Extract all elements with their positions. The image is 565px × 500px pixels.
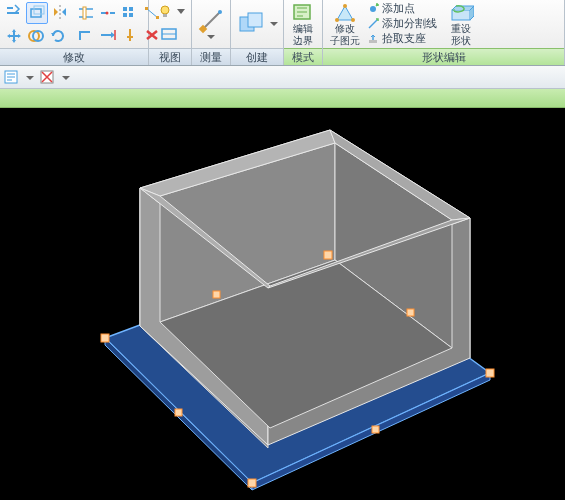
svg-point-22 bbox=[351, 18, 355, 22]
dropdown-icon[interactable] bbox=[177, 2, 185, 22]
ribbon: 修改 视图 测量 bbox=[0, 0, 565, 66]
panel-label-view: 视图 bbox=[149, 48, 191, 65]
align-icon[interactable] bbox=[4, 2, 24, 22]
pin-icon[interactable] bbox=[120, 25, 140, 45]
panel-label-modify: 修改 bbox=[0, 48, 148, 65]
rotate-icon[interactable] bbox=[48, 26, 68, 46]
add-point-label: 添加点 bbox=[382, 2, 415, 16]
panel-label-shape-edit: 形状编辑 bbox=[323, 48, 564, 65]
modify-sub-l1: 修改 bbox=[335, 23, 355, 34]
dropdown-icon[interactable] bbox=[269, 14, 279, 34]
offset-icon[interactable] bbox=[26, 2, 48, 24]
svg-rect-13 bbox=[163, 14, 167, 17]
panel-label-create: 创建 bbox=[231, 48, 283, 65]
panel-shape-edit: 修改 子图元 添加点 添加分割线 拾取支座 重设 bbox=[323, 0, 565, 65]
svg-rect-8 bbox=[123, 13, 127, 17]
reset-shape-button[interactable]: 重设 形状 bbox=[443, 2, 479, 46]
split-line-icon bbox=[367, 18, 379, 30]
secondary-toolbar bbox=[0, 66, 565, 89]
filter-off-icon[interactable] bbox=[38, 67, 58, 87]
svg-rect-24 bbox=[369, 40, 377, 43]
svg-point-16 bbox=[218, 10, 222, 14]
svg-rect-47 bbox=[248, 479, 256, 487]
edit-boundary-button[interactable]: 编辑 边界 bbox=[288, 2, 318, 46]
panel-label-mode: 模式 bbox=[284, 48, 322, 65]
svg-rect-18 bbox=[248, 13, 262, 27]
section-box-icon[interactable] bbox=[160, 24, 180, 44]
svg-rect-0 bbox=[31, 9, 41, 17]
panel-modify: 修改 bbox=[0, 0, 149, 65]
pick-supports-button[interactable]: 拾取支座 bbox=[367, 32, 437, 46]
split-icon[interactable] bbox=[98, 3, 118, 23]
pick-support-icon bbox=[367, 33, 379, 45]
edit-boundary-l2: 边界 bbox=[293, 35, 313, 46]
svg-point-20 bbox=[343, 4, 347, 8]
svg-rect-7 bbox=[129, 7, 133, 11]
dropdown-icon[interactable] bbox=[62, 71, 70, 83]
svg-point-12 bbox=[161, 6, 169, 14]
svg-rect-51 bbox=[175, 409, 182, 416]
svg-rect-50 bbox=[372, 426, 379, 433]
svg-rect-45 bbox=[324, 251, 332, 259]
move-icon[interactable] bbox=[4, 26, 24, 46]
svg-point-5 bbox=[106, 12, 109, 15]
panel-measure: 测量 bbox=[192, 0, 231, 65]
viewport-3d[interactable] bbox=[0, 108, 565, 500]
svg-rect-6 bbox=[123, 7, 127, 11]
create-button[interactable] bbox=[235, 2, 267, 46]
edit-mode-strip bbox=[0, 89, 565, 108]
svg-rect-4 bbox=[83, 7, 86, 19]
edit-boundary-l1: 编辑 bbox=[293, 23, 313, 34]
svg-point-23 bbox=[370, 6, 376, 12]
corner-trim-icon[interactable] bbox=[76, 25, 96, 45]
svg-rect-44 bbox=[101, 334, 109, 342]
svg-point-21 bbox=[335, 18, 339, 22]
measure-button[interactable] bbox=[196, 2, 226, 46]
extend-icon[interactable] bbox=[98, 25, 118, 45]
reset-shape-l2: 形状 bbox=[451, 35, 471, 46]
point-icon bbox=[367, 3, 379, 15]
panel-create: 创建 bbox=[231, 0, 284, 65]
svg-rect-46 bbox=[486, 369, 494, 377]
pick-supports-label: 拾取支座 bbox=[382, 32, 426, 46]
add-point-button[interactable]: 添加点 bbox=[367, 2, 437, 16]
model-view bbox=[0, 108, 565, 500]
modify-sub-l2: 子图元 bbox=[330, 35, 360, 46]
dropdown-icon[interactable] bbox=[26, 71, 34, 83]
panel-view: 视图 bbox=[149, 0, 192, 65]
properties-icon[interactable] bbox=[2, 67, 22, 87]
copy-icon[interactable] bbox=[26, 26, 46, 46]
bulb-icon[interactable] bbox=[155, 2, 175, 22]
array-icon[interactable] bbox=[120, 3, 140, 23]
reset-shape-l1: 重设 bbox=[451, 23, 471, 34]
trim-icon[interactable] bbox=[76, 3, 96, 23]
svg-rect-1 bbox=[34, 6, 44, 14]
add-split-line-button[interactable]: 添加分割线 bbox=[367, 17, 437, 31]
add-split-line-label: 添加分割线 bbox=[382, 17, 437, 31]
panel-label-measure: 测量 bbox=[192, 48, 230, 65]
mirror-icon[interactable] bbox=[50, 2, 70, 22]
panel-mode: 编辑 边界 模式 bbox=[284, 0, 323, 65]
svg-rect-9 bbox=[129, 13, 133, 17]
svg-rect-48 bbox=[213, 291, 220, 298]
modify-subelements-button[interactable]: 修改 子图元 bbox=[327, 2, 363, 46]
svg-rect-49 bbox=[407, 309, 414, 316]
svg-rect-10 bbox=[145, 7, 148, 10]
